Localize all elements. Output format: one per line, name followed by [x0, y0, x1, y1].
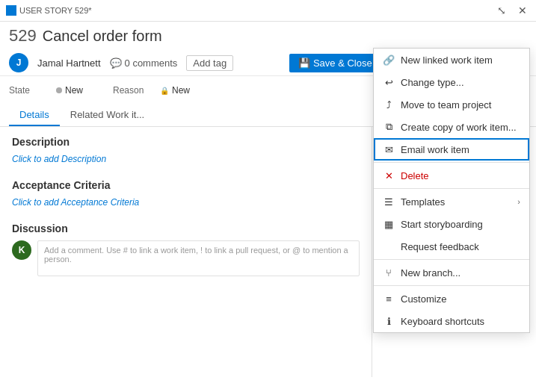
top-bar-actions: ⤡ ✕	[494, 3, 530, 18]
work-item-number: 529	[9, 26, 37, 46]
discussion-input[interactable]: Add a comment. Use # to link a work item…	[37, 240, 360, 276]
templates-arrow: ›	[517, 197, 520, 206]
menu-item-delete[interactable]: ✕ Delete	[374, 164, 529, 187]
dropdown-menu: 🔗 New linked work item ↩ Change type... …	[373, 48, 530, 333]
close-icon[interactable]: ✕	[515, 3, 530, 18]
tab-details[interactable]: Details	[9, 105, 60, 126]
add-tag-button[interactable]: Add tag	[186, 55, 233, 71]
work-item-id-label: USER STORY 529*	[19, 6, 92, 15]
expand-icon[interactable]: ⤡	[494, 3, 509, 18]
keyboard-icon: ℹ	[383, 315, 395, 327]
title-row: 529 Cancel order form	[0, 22, 536, 50]
save-close-button[interactable]: 💾 Save & Close	[289, 54, 381, 72]
reason-value[interactable]: 🔒 New	[160, 85, 190, 96]
menu-separator-2	[374, 188, 529, 189]
menu-item-storyboarding[interactable]: ▦ Start storyboarding	[374, 213, 529, 235]
menu-item-customize[interactable]: ≡ Customize	[374, 287, 529, 310]
link-icon: 🔗	[383, 54, 395, 66]
author-name: Jamal Hartnett	[37, 57, 101, 69]
storyboard-icon: ▦	[383, 218, 395, 230]
state-value[interactable]: New	[56, 85, 83, 96]
menu-item-create-copy[interactable]: ⧉ Create copy of work item...	[374, 116, 529, 138]
state-indicator	[56, 87, 62, 93]
lock-icon: 🔒	[160, 87, 169, 95]
feedback-icon	[383, 240, 395, 252]
description-placeholder[interactable]: Click to add Description	[12, 154, 360, 164]
branch-icon: ⑂	[383, 267, 395, 279]
top-bar: USER STORY 529* ⤡ ✕	[0, 0, 536, 22]
acceptance-section: Acceptance Criteria Click to add Accepta…	[12, 179, 360, 208]
menu-item-change-type[interactable]: ↩ Change type...	[374, 71, 529, 93]
menu-item-keyboard-shortcuts[interactable]: ℹ Keyboard shortcuts	[374, 310, 529, 332]
left-panel: Description Click to add Description Acc…	[0, 127, 372, 377]
menu-item-new-branch[interactable]: ⑂ New branch...	[374, 261, 529, 284]
state-label: State	[9, 85, 50, 96]
acceptance-placeholder[interactable]: Click to add Acceptance Criteria	[12, 197, 360, 208]
comments-button[interactable]: 💬 0 comments	[110, 57, 178, 69]
menu-separator-4	[374, 285, 529, 286]
description-title: Description	[12, 136, 360, 148]
work-item-title[interactable]: Cancel order form	[43, 28, 162, 45]
menu-item-new-linked[interactable]: 🔗 New linked work item	[374, 49, 529, 71]
acceptance-title: Acceptance Criteria	[12, 179, 360, 191]
discussion-input-row: K Add a comment. Use # to link a work it…	[12, 240, 360, 276]
menu-item-email-work[interactable]: ✉ Email work item	[374, 138, 529, 161]
discussion-section: Discussion K Add a comment. Use # to lin…	[12, 223, 360, 276]
comment-icon: 💬	[110, 57, 122, 69]
copy-icon: ⧉	[383, 121, 395, 133]
customize-icon: ≡	[383, 293, 395, 305]
move-icon: ⤴	[383, 99, 395, 111]
tab-related-work[interactable]: Related Work it...	[60, 105, 155, 126]
save-icon: 💾	[298, 57, 310, 69]
state-field: State New	[9, 85, 83, 96]
menu-item-move-team[interactable]: ⤴ Move to team project	[374, 93, 529, 116]
reason-field: Reason 🔒 New	[113, 85, 190, 96]
menu-separator-3	[374, 259, 529, 260]
delete-icon: ✕	[383, 169, 395, 181]
templates-icon: ☰	[383, 196, 395, 208]
menu-separator-1	[374, 162, 529, 163]
change-type-icon: ↩	[383, 76, 395, 88]
email-icon: ✉	[383, 143, 395, 155]
work-item-type-icon	[6, 5, 16, 16]
discussion-avatar: K	[12, 240, 31, 260]
work-item-label: USER STORY 529*	[6, 5, 92, 16]
description-section: Description Click to add Description	[12, 136, 360, 164]
menu-item-templates[interactable]: ☰ Templates ›	[374, 190, 529, 213]
avatar: J	[9, 53, 28, 72]
reason-label: Reason	[113, 85, 154, 96]
discussion-title: Discussion	[12, 223, 360, 234]
menu-item-request-feedback[interactable]: Request feedback	[374, 235, 529, 258]
